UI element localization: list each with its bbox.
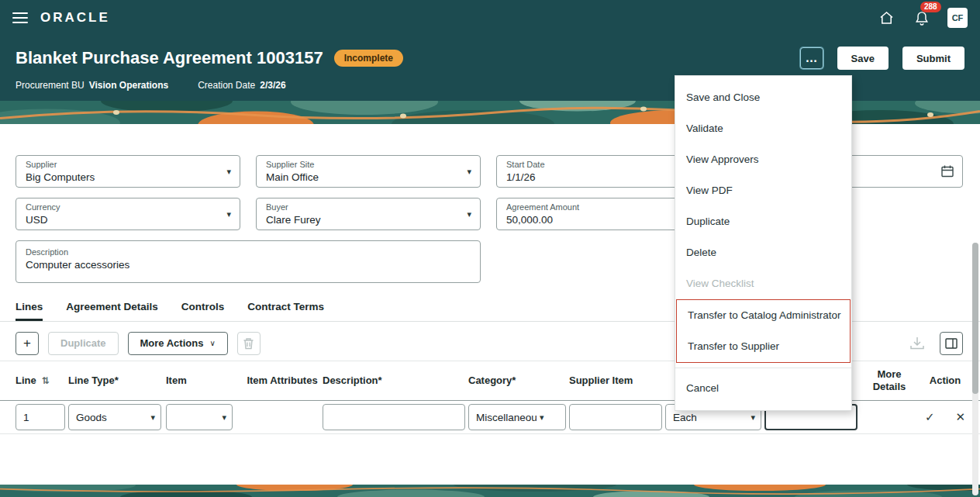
menu-item-save-and-close[interactable]: Save and Close bbox=[675, 82, 851, 113]
caret-down-icon: ▾ bbox=[150, 412, 155, 423]
column-header-more-details: More Details bbox=[867, 368, 912, 394]
description-label: Description bbox=[26, 247, 458, 257]
menu-item-duplicate[interactable]: Duplicate bbox=[675, 206, 851, 237]
supplier-site-label: Supplier Site bbox=[266, 160, 458, 169]
topbar-actions: 288 CF bbox=[876, 8, 968, 28]
item-select[interactable]: ▾ bbox=[166, 404, 233, 430]
menu-separator bbox=[675, 368, 851, 368]
user-avatar[interactable]: CF bbox=[947, 8, 968, 28]
tab-contract-terms[interactable]: Contract Terms bbox=[247, 301, 324, 321]
column-header-line: Line⇅ bbox=[16, 374, 65, 387]
description-field[interactable]: Description Computer accessories bbox=[16, 240, 481, 283]
table-view-actions bbox=[907, 332, 964, 355]
supplier-site-value: Main Office bbox=[266, 171, 458, 183]
action-cell: ✓ ✕ bbox=[923, 410, 968, 424]
supplier-item-input[interactable] bbox=[569, 404, 662, 430]
line-type-select[interactable]: Goods▾ bbox=[68, 404, 161, 430]
caret-down-icon[interactable]: ▾ bbox=[467, 167, 471, 177]
sort-icon[interactable]: ⇅ bbox=[42, 375, 50, 386]
page-title: Blanket Purchase Agreement 1003157 bbox=[16, 48, 323, 68]
tab-lines[interactable]: Lines bbox=[16, 301, 43, 321]
home-icon[interactable] bbox=[876, 8, 896, 28]
menu-item-delete[interactable]: Delete bbox=[675, 237, 851, 268]
caret-down-icon[interactable]: ▾ bbox=[226, 167, 231, 177]
more-actions-dropdown-button[interactable]: More Actions∨ bbox=[128, 332, 228, 355]
calendar-icon[interactable] bbox=[940, 164, 954, 178]
caret-down-icon[interactable]: ▾ bbox=[226, 209, 231, 219]
buyer-label: Buyer bbox=[266, 202, 458, 212]
menu-item-view-approvers[interactable]: View Approvers bbox=[675, 144, 851, 175]
line-number-input[interactable]: 1 bbox=[16, 404, 65, 430]
buyer-field[interactable]: Buyer Clare Furey ▾ bbox=[256, 198, 481, 230]
chevron-down-icon: ∨ bbox=[209, 339, 215, 347]
description-input[interactable] bbox=[323, 404, 465, 430]
tab-agreement-details[interactable]: Agreement Details bbox=[66, 301, 158, 321]
status-badge: Incomplete bbox=[334, 50, 403, 67]
start-date-label: Start Date bbox=[506, 160, 699, 169]
row-check-icon[interactable]: ✓ bbox=[925, 410, 935, 424]
column-header-line-type: Line Type* bbox=[68, 374, 161, 387]
oracle-logo: ORACLE bbox=[40, 10, 110, 26]
caret-down-icon: ▾ bbox=[222, 412, 226, 423]
bell-icon-glyph bbox=[915, 11, 929, 26]
supplier-field[interactable]: Supplier Big Computers ▾ bbox=[16, 155, 240, 188]
vertical-scrollbar bbox=[972, 243, 978, 495]
creation-date: Creation Date2/3/26 bbox=[198, 80, 285, 91]
supplier-site-field[interactable]: Supplier Site Main Office ▾ bbox=[256, 155, 481, 188]
columns-icon bbox=[945, 338, 958, 349]
procurement-bu: Procurement BUVision Operations bbox=[16, 80, 168, 91]
menu-item-validate[interactable]: Validate bbox=[675, 113, 851, 144]
export-download-button bbox=[907, 333, 927, 354]
agreement-amount-label: Agreement Amount bbox=[506, 202, 699, 212]
delete-line-button bbox=[237, 332, 261, 355]
footer-art bbox=[0, 485, 980, 497]
category-select[interactable]: Miscellaneous▾ bbox=[468, 404, 566, 430]
manage-columns-button[interactable] bbox=[940, 332, 963, 355]
submit-button[interactable]: Submit bbox=[902, 47, 964, 70]
transfer-items-highlight-box: Transfer to Catalog Administrator Transf… bbox=[676, 299, 851, 363]
hamburger-menu-icon[interactable] bbox=[12, 12, 28, 23]
save-button[interactable]: Save bbox=[837, 47, 889, 70]
start-date-value: 1/1/26 bbox=[506, 171, 699, 183]
notifications-bell-icon[interactable]: 288 bbox=[912, 8, 932, 28]
agreement-amount-value: 50,000.00 bbox=[506, 214, 699, 226]
buyer-value: Clare Furey bbox=[266, 214, 458, 226]
row-delete-icon[interactable]: ✕ bbox=[955, 410, 965, 424]
column-header-supplier-item: Supplier Item bbox=[569, 374, 662, 387]
global-header: ORACLE 288 CF bbox=[0, 0, 980, 36]
duplicate-line-button: Duplicate bbox=[48, 332, 119, 355]
more-actions-button[interactable]: … bbox=[800, 47, 823, 69]
trash-icon bbox=[243, 337, 254, 350]
caret-down-icon[interactable]: ▾ bbox=[467, 209, 471, 219]
actions-menu: Save and Close Validate View Approvers V… bbox=[675, 75, 852, 411]
tab-controls[interactable]: Controls bbox=[181, 301, 225, 321]
description-value: Computer accessories bbox=[26, 259, 458, 271]
column-header-item-attributes: Item Attributes bbox=[247, 374, 318, 387]
supplier-label: Supplier bbox=[26, 160, 218, 169]
column-header-item: Item bbox=[166, 374, 233, 387]
caret-down-icon: ▾ bbox=[540, 412, 544, 423]
supplier-value: Big Computers bbox=[26, 171, 218, 183]
column-header-category: Category* bbox=[468, 374, 566, 387]
column-header-description: Description* bbox=[323, 374, 465, 387]
download-icon bbox=[909, 336, 925, 350]
menu-item-view-checklist: View Checklist bbox=[675, 268, 851, 299]
currency-label: Currency bbox=[26, 202, 218, 212]
home-icon-glyph bbox=[879, 11, 894, 25]
currency-field[interactable]: Currency USD ▾ bbox=[16, 198, 240, 230]
caret-down-icon: ▾ bbox=[751, 412, 755, 423]
currency-value: USD bbox=[26, 214, 218, 226]
menu-item-transfer-to-catalog-administrator[interactable]: Transfer to Catalog Administrator bbox=[677, 300, 850, 331]
add-line-button[interactable]: + bbox=[16, 332, 39, 355]
scrollbar-thumb[interactable] bbox=[972, 243, 978, 394]
plus-icon: + bbox=[23, 337, 31, 350]
notification-badge: 288 bbox=[920, 2, 941, 12]
menu-item-cancel[interactable]: Cancel bbox=[675, 373, 851, 404]
menu-item-transfer-to-supplier[interactable]: Transfer to Supplier bbox=[677, 331, 850, 362]
column-header-action: Action bbox=[923, 374, 968, 387]
header-actions: … Save Submit bbox=[800, 47, 964, 70]
menu-item-view-pdf[interactable]: View PDF bbox=[675, 175, 851, 206]
